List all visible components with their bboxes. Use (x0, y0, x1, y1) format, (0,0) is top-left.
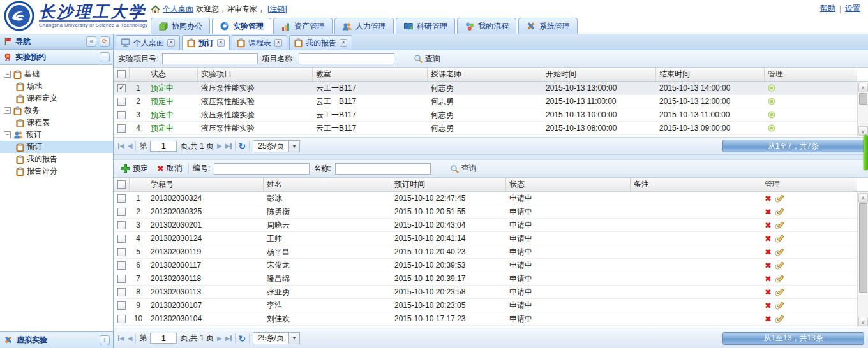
sub-tab-desktop[interactable]: 个人桌面✕ (116, 35, 180, 50)
last-page-button[interactable]: ▶ (225, 335, 232, 342)
project-no-input[interactable] (162, 53, 258, 64)
row-checkbox[interactable] (117, 208, 126, 216)
collapse-panel-button[interactable]: − (100, 52, 110, 62)
view-detail-icon[interactable] (768, 98, 775, 105)
scroll-up-button[interactable]: ∧ (858, 83, 868, 92)
delete-icon[interactable]: ✖ (765, 315, 772, 323)
refresh-icon[interactable]: ↻ (239, 334, 246, 343)
column-header[interactable]: 预订时间 (391, 178, 506, 191)
table-row[interactable]: 7201302030118隆昌绵2015-10-10 20:39:17申请中✖ (114, 272, 857, 286)
table-row[interactable]: 1预定中液压泵性能实验云工一B117何志勇2015-10-13 13:00:00… (114, 82, 857, 95)
name-input[interactable] (335, 163, 431, 175)
row-checkbox[interactable] (117, 221, 126, 229)
module-tab-lab[interactable]: 实验管理 (212, 18, 271, 34)
tree-node-site[interactable]: 场地 (0, 80, 113, 92)
column-header[interactable]: 实验项目 (198, 68, 313, 81)
module-tab-hr[interactable]: 人力管理 (334, 18, 394, 34)
first-page-button[interactable]: ◀ (118, 335, 124, 342)
edit-icon[interactable] (775, 208, 784, 216)
column-header[interactable]: 教室 (313, 68, 428, 81)
table-row[interactable]: 1201302030324彭冰2015-10-10 22:47:45申请中✖ (114, 192, 857, 205)
table-row[interactable]: 3201302030201周晓云2015-10-10 20:43:04申请中✖ (114, 219, 857, 232)
delete-icon[interactable]: ✖ (765, 194, 772, 203)
scroll-down-button[interactable]: ∨ (858, 126, 868, 136)
project-name-input[interactable] (299, 53, 394, 64)
scrollbar-thumb[interactable] (859, 93, 867, 105)
edit-icon[interactable] (775, 275, 784, 283)
scrollbar-thumb[interactable] (859, 203, 867, 293)
prev-page-button[interactable]: ◀ (128, 335, 133, 342)
delete-icon[interactable]: ✖ (765, 261, 772, 270)
settings-link[interactable]: 设置 (845, 3, 860, 14)
cancel-button[interactable]: ✖ 取消 (154, 162, 184, 175)
close-icon[interactable]: ✕ (217, 39, 225, 47)
row-checkbox[interactable] (117, 248, 126, 256)
column-header[interactable]: 姓名 (264, 178, 391, 191)
row-checkbox[interactable] (117, 301, 126, 310)
row-checkbox[interactable] (117, 315, 126, 323)
panel-splitter[interactable] (114, 155, 868, 160)
module-tab-system[interactable]: 系统管理 (518, 18, 578, 34)
edit-icon[interactable] (775, 288, 784, 296)
tree-expander-icon[interactable]: − (4, 131, 11, 138)
edit-icon[interactable] (775, 315, 784, 323)
column-header[interactable]: 备注 (631, 178, 761, 191)
scroll-up-button[interactable]: ∧ (858, 193, 868, 203)
delete-icon[interactable]: ✖ (765, 301, 772, 310)
view-detail-icon[interactable] (768, 111, 775, 119)
header-checkbox[interactable] (117, 70, 126, 78)
sub-tab-myreports[interactable]: 我的报告✕ (289, 35, 352, 50)
page-number-input[interactable] (150, 333, 177, 344)
query-button-2[interactable]: 查询 (447, 162, 479, 175)
table-row[interactable]: 3预定中液压泵性能实验云工一B117何志勇2015-10-13 10:00:00… (114, 108, 857, 122)
logout-link[interactable]: [注销] (267, 4, 287, 15)
tree-node-academic[interactable]: −教务 (0, 105, 113, 117)
table-row[interactable]: 6201302030117宋俊龙2015-10-10 20:39:53申请中✖ (114, 259, 857, 272)
tree-node-timetable[interactable]: 课程表 (0, 117, 113, 129)
row-checkbox[interactable] (117, 261, 126, 270)
tree-node-course-def[interactable]: 课程定义 (0, 92, 113, 105)
table-row[interactable]: 10201302030104刘佳欢2015-10-10 17:17:23申请中✖ (114, 312, 857, 326)
sub-tab-timetable[interactable]: 课程表✕ (232, 35, 287, 50)
delete-icon[interactable]: ✖ (765, 221, 772, 229)
sub-tab-booking[interactable]: 预订✕ (182, 35, 230, 50)
header-checkbox[interactable] (117, 180, 126, 189)
page-size-select[interactable]: 25条/页 ▼ (253, 332, 300, 344)
desktop-link[interactable]: 个人桌面 (163, 4, 193, 15)
help-link[interactable]: 帮助 (820, 3, 835, 14)
row-checkbox[interactable] (117, 124, 126, 133)
module-tab-asset[interactable]: 资产管理 (273, 18, 333, 34)
tree-node-my-reports[interactable]: 我的报告 (0, 153, 113, 165)
collapse-sidebar-button[interactable]: « (86, 36, 96, 47)
module-tab-myflow[interactable]: 我的流程 (457, 18, 516, 34)
module-tab-research[interactable]: 科研管理 (396, 18, 455, 34)
first-page-button[interactable]: ◀ (118, 143, 124, 149)
module-tab-collab[interactable]: 协同办公 (151, 18, 210, 34)
column-header[interactable]: 状态 (147, 68, 198, 81)
virtual-lab-panel-header[interactable]: 虚拟实验 + (0, 331, 113, 348)
next-page-button[interactable]: ▶ (217, 335, 222, 342)
reserve-button[interactable]: 预定 (118, 162, 151, 175)
code-input[interactable] (214, 163, 310, 175)
close-icon[interactable]: ✕ (274, 39, 282, 47)
last-page-button[interactable]: ▶ (225, 143, 232, 149)
edit-icon[interactable] (775, 301, 784, 310)
delete-icon[interactable]: ✖ (765, 288, 772, 296)
column-header[interactable]: 学籍号 (147, 178, 264, 191)
scroll-down-button[interactable]: ∨ (858, 317, 868, 326)
expand-virtual-lab-button[interactable]: + (100, 335, 110, 345)
prev-page-button[interactable]: ◀ (128, 143, 133, 149)
edit-icon[interactable] (775, 235, 784, 243)
row-checkbox[interactable] (117, 111, 126, 119)
table-row[interactable]: 4201302030124王帅2015-10-10 20:41:14申请中✖ (114, 232, 857, 245)
column-header[interactable]: 结束时间 (656, 68, 765, 81)
page-number-input[interactable] (150, 141, 177, 152)
row-checkbox[interactable] (117, 235, 126, 243)
row-checkbox[interactable] (117, 194, 126, 203)
edit-icon[interactable] (775, 221, 784, 229)
table-row[interactable]: 5201302030119杨平昌2015-10-10 20:40:23申请中✖ (114, 245, 857, 259)
row-checkbox[interactable] (117, 288, 126, 296)
edit-icon[interactable] (775, 261, 784, 270)
close-icon[interactable]: ✕ (340, 39, 347, 47)
row-checkbox[interactable] (117, 84, 126, 92)
